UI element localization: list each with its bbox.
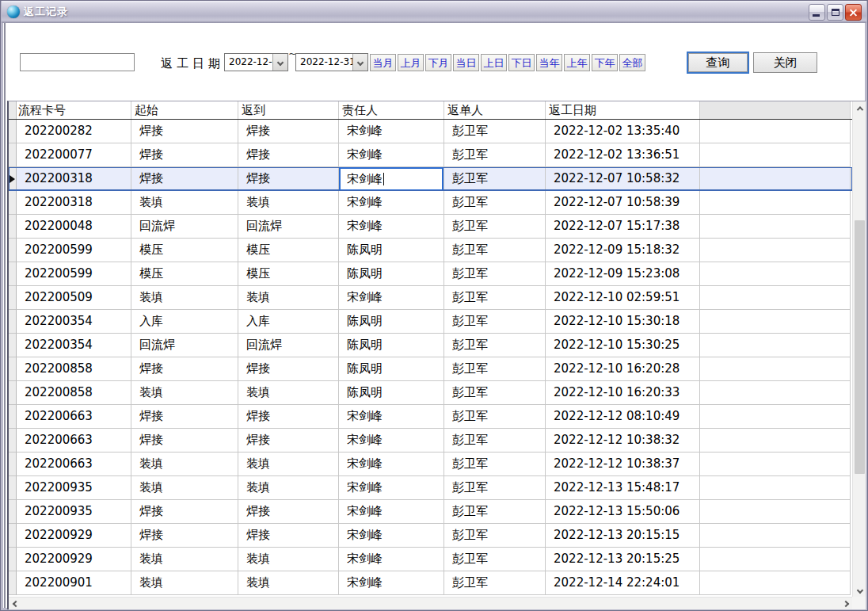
table-cell[interactable]: 宋剑峰 xyxy=(339,286,444,310)
scroll-left-arrow-icon[interactable] xyxy=(9,598,22,610)
table-cell[interactable]: 202200663 xyxy=(17,405,131,429)
table-cell[interactable]: 焊接 xyxy=(131,405,238,429)
table-cell[interactable]: 彭卫军 xyxy=(444,262,546,286)
table-cell[interactable]: 2022-12-10 16:20:33 xyxy=(546,381,700,405)
table-cell-blank[interactable] xyxy=(700,548,851,571)
table-row[interactable]: 202200929焊接焊接宋剑峰彭卫军2022-12-13 20:15:15 xyxy=(9,524,852,548)
table-cell-blank[interactable] xyxy=(700,262,851,286)
date-to-select[interactable]: 2022-12-31 xyxy=(295,53,368,71)
table-cell[interactable]: 焊接 xyxy=(131,120,238,143)
table-cell[interactable]: 装填 xyxy=(238,191,339,215)
table-cell[interactable]: 2022-12-13 15:50:06 xyxy=(546,500,700,524)
vertical-scrollbar[interactable] xyxy=(852,101,866,597)
table-cell[interactable]: 2022-12-02 13:36:51 xyxy=(546,143,700,167)
table-row[interactable]: 202200858装填装填陈凤明彭卫军2022-12-10 16:20:33 xyxy=(9,381,852,405)
table-cell[interactable]: 焊接 xyxy=(238,120,339,143)
table-cell[interactable]: 2022-12-10 15:30:18 xyxy=(546,310,700,334)
table-cell[interactable]: 202200354 xyxy=(17,310,131,334)
table-cell-blank[interactable] xyxy=(700,167,851,191)
table-cell[interactable]: 陈凤明 xyxy=(339,334,444,357)
column-header-1[interactable]: 起始 xyxy=(131,101,238,119)
table-cell[interactable]: 装填 xyxy=(131,381,238,405)
table-cell[interactable]: 彭卫军 xyxy=(444,476,546,500)
table-cell[interactable]: 202200935 xyxy=(17,476,131,500)
chevron-down-icon[interactable] xyxy=(352,54,367,71)
table-cell[interactable]: 宋剑峰 xyxy=(339,167,444,191)
table-cell[interactable]: 彭卫军 xyxy=(444,381,546,405)
table-cell[interactable]: 彭卫军 xyxy=(444,453,546,476)
table-cell[interactable]: 焊接 xyxy=(131,167,238,191)
table-cell[interactable]: 装填 xyxy=(131,548,238,571)
quick-range-button-1[interactable]: 上月 xyxy=(398,54,424,71)
table-cell[interactable]: 宋剑峰 xyxy=(339,571,444,595)
table-cell-blank[interactable] xyxy=(700,405,851,429)
table-cell[interactable]: 装填 xyxy=(238,548,339,571)
table-cell[interactable]: 2022-12-07 10:58:39 xyxy=(546,191,700,215)
table-cell[interactable]: 202200858 xyxy=(17,381,131,405)
titlebar[interactable]: 返工记录 xyxy=(2,1,866,23)
table-cell-blank[interactable] xyxy=(700,571,851,595)
table-cell[interactable]: 彭卫军 xyxy=(444,571,546,595)
table-cell[interactable]: 彭卫军 xyxy=(444,548,546,571)
table-cell[interactable]: 202200077 xyxy=(17,143,131,167)
table-row[interactable]: 202200509装填装填宋剑峰彭卫军2022-12-10 02:59:51 xyxy=(9,286,852,310)
table-cell[interactable]: 装填 xyxy=(238,571,339,595)
table-cell[interactable]: 装填 xyxy=(238,381,339,405)
table-cell[interactable]: 装填 xyxy=(131,453,238,476)
table-row[interactable]: 202200354回流焊回流焊陈凤明彭卫军2022-12-10 15:30:25 xyxy=(9,334,852,357)
filter-input[interactable] xyxy=(20,53,135,71)
table-cell[interactable]: 宋剑峰 xyxy=(339,143,444,167)
table-cell[interactable]: 2022-12-09 15:23:08 xyxy=(546,262,700,286)
table-cell[interactable]: 202200663 xyxy=(17,429,131,453)
table-cell-blank[interactable] xyxy=(700,476,851,500)
table-cell-blank[interactable] xyxy=(700,120,851,143)
table-row[interactable]: 202200599模压模压陈凤明彭卫军2022-12-09 15:23:08 xyxy=(9,262,852,286)
table-cell[interactable]: 202200318 xyxy=(17,191,131,215)
table-cell[interactable]: 焊接 xyxy=(238,143,339,167)
table-cell-blank[interactable] xyxy=(700,357,851,381)
column-header-2[interactable]: 返到 xyxy=(238,101,339,119)
table-cell-blank[interactable] xyxy=(700,215,851,239)
quick-range-button-3[interactable]: 当日 xyxy=(453,54,479,71)
table-row[interactable]: 202200663装填装填宋剑峰彭卫军2022-12-12 10:38:37 xyxy=(9,453,852,476)
table-cell[interactable]: 202200599 xyxy=(17,239,131,262)
table-row[interactable]: 202200077焊接焊接宋剑峰彭卫军2022-12-02 13:36:51 xyxy=(9,143,852,167)
table-cell[interactable]: 焊接 xyxy=(238,357,339,381)
table-cell[interactable]: 模压 xyxy=(238,262,339,286)
table-cell[interactable]: 202200318 xyxy=(17,167,131,191)
table-row[interactable]: 202200048回流焊回流焊宋剑峰彭卫军2022-12-07 15:17:38 xyxy=(9,215,852,239)
table-cell[interactable]: 宋剑峰 xyxy=(339,476,444,500)
scroll-up-arrow-icon[interactable] xyxy=(853,101,866,115)
table-cell[interactable]: 202200929 xyxy=(17,548,131,571)
quick-range-button-9[interactable]: 全部 xyxy=(619,54,645,71)
table-row[interactable]: 202200858焊接焊接陈凤明彭卫军2022-12-10 16:20:28 xyxy=(9,357,852,381)
table-cell[interactable]: 彭卫军 xyxy=(444,143,546,167)
table-cell[interactable]: 彭卫军 xyxy=(444,191,546,215)
table-cell[interactable]: 彭卫军 xyxy=(444,429,546,453)
table-cell[interactable]: 2022-12-07 15:17:38 xyxy=(546,215,700,239)
table-cell[interactable]: 装填 xyxy=(238,453,339,476)
table-cell[interactable]: 陈凤明 xyxy=(339,239,444,262)
table-row[interactable]: 202200354入库入库陈凤明彭卫军2022-12-10 15:30:18 xyxy=(9,310,852,334)
table-cell[interactable]: 焊接 xyxy=(131,357,238,381)
table-cell[interactable]: 202200354 xyxy=(17,334,131,357)
table-row[interactable]: 202200935装填装填宋剑峰彭卫军2022-12-13 15:48:17 xyxy=(9,476,852,500)
table-cell[interactable]: 宋剑峰 xyxy=(339,500,444,524)
table-cell[interactable]: 彭卫军 xyxy=(444,286,546,310)
table-cell[interactable]: 模压 xyxy=(131,262,238,286)
table-cell[interactable]: 202200858 xyxy=(17,357,131,381)
table-cell[interactable]: 2022-12-13 15:48:17 xyxy=(546,476,700,500)
table-cell-blank[interactable] xyxy=(700,143,851,167)
chevron-down-icon[interactable] xyxy=(272,54,287,71)
table-cell[interactable]: 装填 xyxy=(238,286,339,310)
table-cell[interactable]: 宋剑峰 xyxy=(339,429,444,453)
table-row[interactable]: 202200935焊接焊接宋剑峰彭卫军2022-12-13 15:50:06 xyxy=(9,500,852,524)
date-from-select[interactable]: 2022-12-01 xyxy=(224,53,288,71)
table-cell[interactable]: 彭卫军 xyxy=(444,215,546,239)
table-cell[interactable]: 彭卫军 xyxy=(444,357,546,381)
table-cell[interactable]: 陈凤明 xyxy=(339,381,444,405)
table-cell[interactable]: 宋剑峰 xyxy=(339,453,444,476)
table-cell[interactable]: 彭卫军 xyxy=(444,310,546,334)
table-cell[interactable]: 宋剑峰 xyxy=(339,215,444,239)
table-cell[interactable]: 202200509 xyxy=(17,286,131,310)
